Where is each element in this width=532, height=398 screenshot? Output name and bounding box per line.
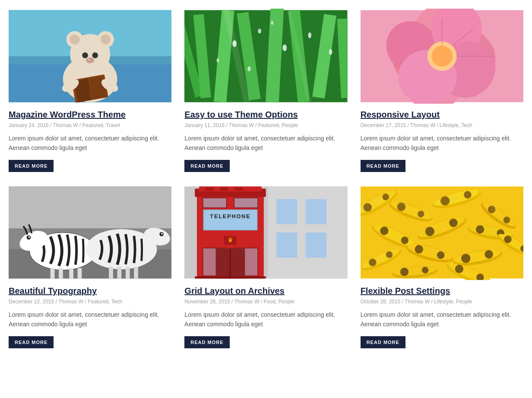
svg-point-12: [86, 57, 94, 64]
svg-rect-85: [234, 187, 243, 191]
post-title-responsive-layout[interactable]: Responsive Layout: [361, 110, 523, 120]
post-image-responsive-layout: [361, 9, 523, 104]
svg-rect-77: [306, 199, 326, 224]
svg-text:♛: ♛: [228, 237, 233, 243]
post-card-flexible-post-settings: Flexible Post SettingsOctober 28, 2015 /…: [361, 185, 523, 348]
svg-rect-91: [203, 198, 226, 207]
post-card-grid-layout-archives: TELEPHONE ♛ Grid Layout: [184, 185, 347, 348]
post-meta-responsive-layout: December 17, 2015 / Thomas W / Lifestyle…: [361, 122, 523, 128]
svg-point-31: [283, 45, 287, 51]
post-title-magazine-wordpress-theme[interactable]: Magazine WordPress Theme: [9, 110, 171, 120]
post-title-grid-layout-archives[interactable]: Grid Layout on Archives: [184, 286, 347, 296]
svg-point-64: [161, 233, 163, 235]
svg-point-33: [217, 58, 219, 63]
svg-point-36: [271, 21, 274, 25]
post-excerpt-responsive-layout: Lorem ipsum dolor sit amet, consectetuer…: [361, 134, 523, 153]
post-title-beautiful-typography[interactable]: Beautiful Typography: [9, 286, 171, 296]
post-meta-beautiful-typography: December 12, 2015 / Thomas W / Featured,…: [9, 299, 171, 305]
post-card-beautiful-typography: Beautiful TypographyDecember 12, 2015 / …: [9, 185, 171, 348]
svg-rect-84: [220, 187, 228, 191]
read-more-button-responsive-layout[interactable]: READ MORE: [361, 160, 405, 172]
svg-point-35: [247, 66, 251, 71]
post-image-grid-layout-archives: TELEPHONE ♛: [184, 185, 347, 280]
svg-rect-76: [276, 199, 297, 224]
svg-point-9: [101, 35, 111, 45]
read-more-button-magazine-wordpress-theme[interactable]: READ MORE: [9, 160, 54, 172]
post-card-magazine-wordpress-theme: Magazine WordPress ThemeJanuary 24, 2016…: [9, 9, 171, 172]
svg-rect-83: [206, 187, 214, 191]
post-excerpt-magazine-wordpress-theme: Lorem ipsum dolor sit amet, consectetuer…: [9, 134, 171, 153]
svg-point-7: [70, 35, 79, 45]
post-image-magazine-wordpress-theme: [9, 9, 171, 104]
svg-rect-101: [195, 276, 266, 278]
post-image-easy-theme-options: [184, 9, 347, 104]
svg-rect-65: [51, 268, 55, 278]
svg-point-13: [88, 59, 90, 60]
svg-point-10: [82, 52, 88, 58]
svg-rect-68: [78, 268, 82, 278]
post-meta-flexible-post-settings: October 28, 2015 / Thomas W / Lifestyle,…: [361, 299, 523, 305]
post-title-flexible-post-settings[interactable]: Flexible Post Settings: [361, 286, 523, 296]
read-more-button-easy-theme-options[interactable]: READ MORE: [184, 160, 229, 172]
post-excerpt-easy-theme-options: Lorem ipsum dolor sit amet, consectetuer…: [184, 134, 347, 153]
svg-point-60: [28, 236, 30, 238]
svg-point-30: [258, 29, 262, 34]
svg-point-34: [329, 49, 332, 55]
svg-point-11: [92, 52, 98, 58]
post-meta-grid-layout-archives: November 28, 2015 / Thomas W / Food, Peo…: [184, 299, 347, 305]
svg-rect-70: [117, 267, 122, 278]
svg-rect-72: [134, 267, 138, 278]
svg-rect-69: [109, 267, 113, 278]
post-image-flexible-post-settings: [361, 185, 523, 280]
post-card-responsive-layout: Responsive LayoutDecember 17, 2015 / Tho…: [361, 9, 523, 172]
svg-text:TELEPHONE: TELEPHONE: [210, 213, 251, 220]
post-excerpt-grid-layout-archives: Lorem ipsum dolor sit amet, consectetuer…: [184, 310, 347, 329]
svg-rect-67: [69, 268, 73, 278]
posts-grid: Magazine WordPress ThemeJanuary 24, 2016…: [9, 9, 523, 348]
svg-rect-78: [276, 232, 297, 258]
svg-rect-71: [126, 267, 130, 278]
svg-rect-54: [9, 186, 171, 228]
svg-rect-92: [234, 198, 257, 207]
post-meta-easy-theme-options: January 11, 2016 / Thomas W / Featured, …: [184, 122, 347, 128]
post-excerpt-flexible-post-settings: Lorem ipsum dolor sit amet, consectetuer…: [361, 310, 523, 329]
svg-point-49: [431, 46, 452, 67]
post-image-beautiful-typography: [9, 185, 171, 280]
post-meta-magazine-wordpress-theme: January 24, 2016 / Thomas W / Featured, …: [9, 122, 171, 128]
svg-rect-100: [230, 248, 231, 279]
read-more-button-flexible-post-settings[interactable]: READ MORE: [361, 336, 405, 348]
post-excerpt-beautiful-typography: Lorem ipsum dolor sit amet, consectetuer…: [9, 310, 171, 329]
post-card-easy-theme-options: Easy to use Theme OptionsJanuary 11, 201…: [184, 9, 347, 172]
svg-point-32: [308, 32, 312, 38]
read-more-button-beautiful-typography[interactable]: READ MORE: [9, 336, 54, 348]
svg-rect-79: [306, 232, 326, 258]
post-title-easy-theme-options[interactable]: Easy to use Theme Options: [184, 110, 347, 120]
read-more-button-grid-layout-archives[interactable]: READ MORE: [184, 336, 229, 348]
svg-rect-66: [59, 268, 63, 278]
